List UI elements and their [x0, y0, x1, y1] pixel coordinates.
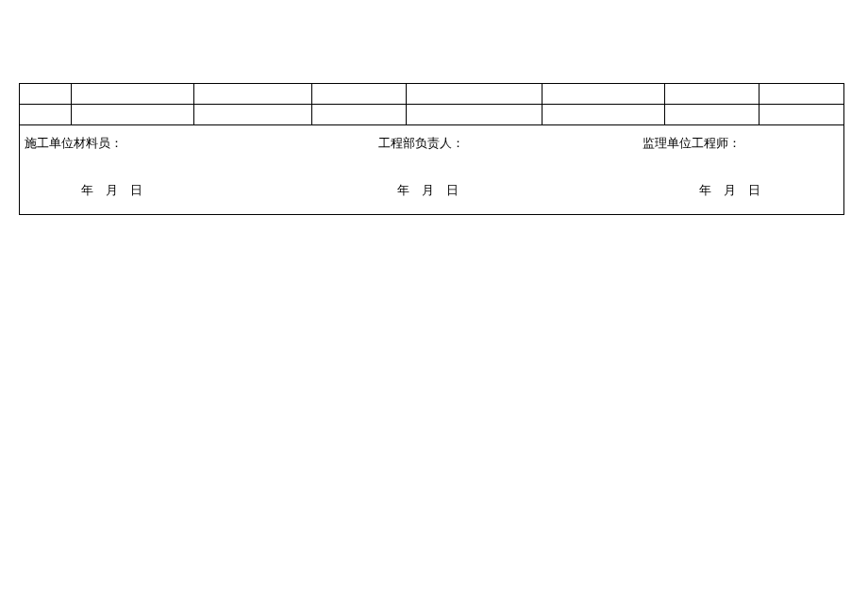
cell: [406, 84, 542, 105]
table-row: [20, 84, 844, 105]
signature-role-2: 工程部负责人：: [378, 135, 464, 152]
date-field-2: 年 月 日: [397, 182, 459, 199]
cell: [193, 84, 311, 105]
signature-role-1: 施工单位材料员：: [25, 135, 123, 152]
cell: [665, 105, 760, 125]
cell: [71, 105, 193, 125]
cell: [71, 84, 193, 105]
cell: [665, 84, 760, 105]
cell: [406, 105, 542, 125]
cell: [760, 105, 844, 125]
signature-role-3: 监理单位工程师：: [643, 135, 741, 152]
cell: [193, 105, 311, 125]
date-field-1: 年 月 日: [81, 182, 142, 199]
form-container: 施工单位材料员： 工程部负责人： 监理单位工程师： 年 月 日 年 月 日 年 …: [19, 83, 844, 215]
cell: [20, 105, 72, 125]
cell: [542, 84, 665, 105]
cell: [311, 84, 406, 105]
cell: [760, 84, 844, 105]
date-field-3: 年 月 日: [699, 182, 760, 199]
data-table: [19, 83, 844, 125]
signature-section: 施工单位材料员： 工程部负责人： 监理单位工程师： 年 月 日 年 月 日 年 …: [19, 125, 844, 215]
table-row: [20, 105, 844, 125]
cell: [542, 105, 665, 125]
cell: [311, 105, 406, 125]
cell: [20, 84, 72, 105]
